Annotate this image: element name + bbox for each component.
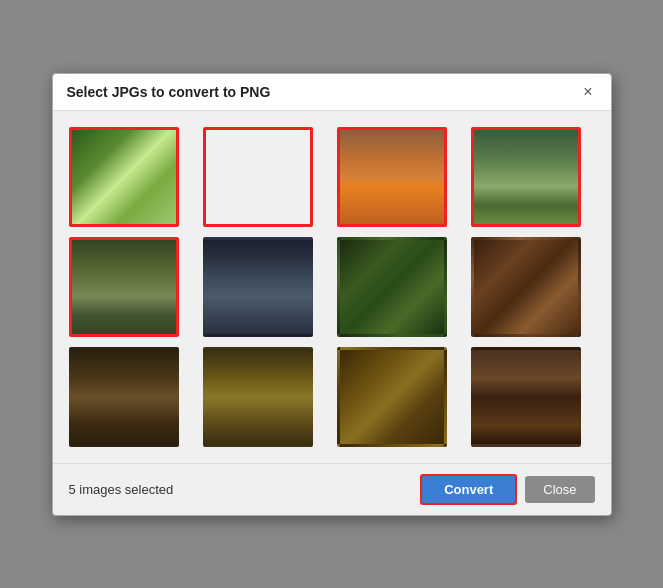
- image-item-6[interactable]: [203, 237, 313, 337]
- image-thumb-7: [337, 237, 447, 337]
- image-item-7[interactable]: [337, 237, 447, 337]
- convert-button[interactable]: Convert: [420, 474, 517, 505]
- image-item-1[interactable]: [69, 127, 179, 227]
- image-thumb-1: [69, 127, 179, 227]
- image-thumb-3: [337, 127, 447, 227]
- image-thumb-6: [203, 237, 313, 337]
- image-thumb-4: [471, 127, 581, 227]
- image-item-9[interactable]: [69, 347, 179, 447]
- dialog-footer: 5 images selected Convert Close: [53, 463, 611, 515]
- dialog-title: Select JPGs to convert to PNG: [67, 84, 271, 100]
- image-grid: [69, 127, 595, 447]
- image-thumb-9: [69, 347, 179, 447]
- image-item-8[interactable]: [471, 237, 581, 337]
- image-item-10[interactable]: [203, 347, 313, 447]
- image-thumb-10: [203, 347, 313, 447]
- image-item-3[interactable]: [337, 127, 447, 227]
- image-item-4[interactable]: [471, 127, 581, 227]
- image-item-5[interactable]: [69, 237, 179, 337]
- image-item-2[interactable]: [203, 127, 313, 227]
- dialog-close-button[interactable]: ×: [579, 84, 596, 100]
- close-button[interactable]: Close: [525, 476, 594, 503]
- status-text: 5 images selected: [69, 482, 174, 497]
- dialog: Select JPGs to convert to PNG × 5 images…: [52, 73, 612, 516]
- image-thumb-8: [471, 237, 581, 337]
- image-thumb-5: [69, 237, 179, 337]
- image-item-11[interactable]: [337, 347, 447, 447]
- image-thumb-2: [203, 127, 313, 227]
- image-thumb-11: [337, 347, 447, 447]
- dialog-titlebar: Select JPGs to convert to PNG ×: [53, 74, 611, 111]
- image-thumb-12: [471, 347, 581, 447]
- dialog-body: [53, 111, 611, 463]
- image-item-12[interactable]: [471, 347, 581, 447]
